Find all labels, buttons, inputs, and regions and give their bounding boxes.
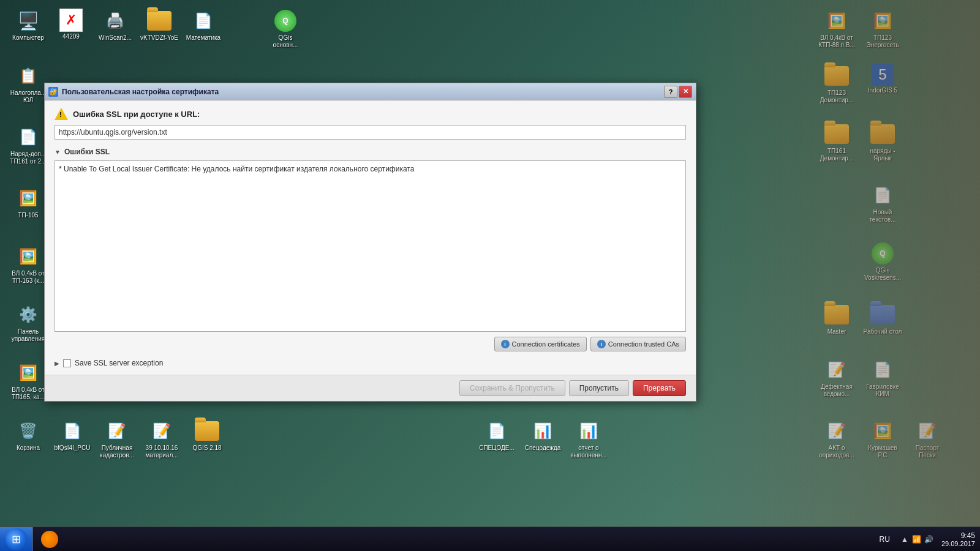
clock-time: 9:45 — [941, 531, 975, 540]
desktop-icon-math[interactable]: 📄 Математика — [181, 6, 225, 44]
network-icon: 📶 — [912, 534, 922, 544]
language-indicator: RU — [877, 534, 892, 545]
start-button[interactable] — [0, 527, 33, 552]
taskbar: RU ▲ 📶 🔊 9:45 29.09.2017 — [0, 527, 980, 551]
connection-certificates-button[interactable]: i Connection certificates — [494, 337, 587, 351]
ssl-error-text-area: * Unable To Get Local Issuer Certificate… — [55, 160, 686, 332]
taskbar-right: RU ▲ 📶 🔊 9:45 29.09.2017 — [877, 531, 980, 547]
taskbar-time-area: 9:45 29.09.2017 — [941, 531, 975, 547]
info-icon-certs: i — [501, 340, 510, 348]
dialog-title: Пользовательская настройка сертификата — [62, 88, 660, 96]
abort-button[interactable]: Прервать — [633, 380, 686, 396]
save-ssl-section: ▶ Save SSL server exception — [55, 359, 686, 367]
collapse-arrow-icon: ▼ — [55, 149, 61, 156]
volume-icon: 🔊 — [924, 534, 934, 544]
desktop-icon-trash[interactable]: 🗑️ Корзина — [6, 416, 50, 454]
desktop-icon-otchet[interactable]: 📊 отчет о выполненн... — [567, 416, 611, 462]
dialog-content: Ошибка SSL при доступе к URL: https://ub… — [45, 100, 696, 375]
dialog-controls: ? ✕ — [664, 86, 692, 98]
expand-arrow-icon[interactable]: ▶ — [55, 360, 59, 367]
desktop-icon-39-10[interactable]: 📝 39 10.10.16 материал... — [140, 416, 184, 462]
desktop-icon-kurmashevy[interactable]: 🖼️ Курмашев Р.С — [861, 416, 905, 462]
desktop-icon-qgis-218[interactable]: QGIS 2.18 — [185, 416, 229, 454]
ssl-errors-label: Ошибки SSL — [64, 148, 110, 156]
desktop-icon-indorgis[interactable]: 5 IndorGIS 5 — [861, 61, 905, 97]
connection-trusted-cas-button[interactable]: i Connection trusted CAs — [590, 337, 686, 351]
desktop-icon-vktv[interactable]: vKTVDZf-YoE — [137, 6, 181, 44]
desktop: 🖥️ Компьютер ✗ 44209 🖨️ WinScan2... vKTV… — [0, 0, 980, 551]
desktop-icon-akt[interactable]: 📝 АКТ о оприходов... — [815, 416, 859, 462]
desktop-icon-44209[interactable]: ✗ 44209 — [49, 6, 93, 43]
info-icon-cas: i — [597, 340, 606, 348]
dialog-close-button[interactable]: ✕ — [679, 86, 692, 98]
ssl-error-title-row: Ошибка SSL при доступе к URL: — [55, 108, 686, 120]
info-buttons-row: i Connection certificates i Connection t… — [55, 337, 686, 354]
desktop-icon-defektnaya[interactable]: 📝 Дефектная ведомо... — [815, 355, 859, 400]
ssl-certificate-dialog: 🔐 Пользовательская настройка сертификата… — [44, 83, 696, 402]
desktop-icon-rabochiy-stol[interactable]: Рабочий стол — [861, 300, 905, 338]
desktop-icon-bfqs[interactable]: 📄 bfQsI4I_PCU — [50, 416, 94, 454]
taskbar-firefox[interactable] — [36, 528, 64, 551]
firefox-icon — [41, 531, 58, 548]
ssl-url-bar: https://ubuntu.qgis.org/version.txt — [55, 125, 686, 140]
start-orb-icon — [6, 528, 28, 550]
ssl-error-url-section: Ошибка SSL при доступе к URL: https://ub… — [55, 108, 686, 140]
desktop-icon-naryady[interactable]: наряды - Ярлык — [861, 119, 905, 165]
desktop-icon-speccode[interactable]: 📄 СПЕЦОДЕ... — [475, 416, 519, 454]
ssl-errors-section: ▼ Ошибки SSL * Unable To Get Local Issue… — [55, 146, 686, 332]
desktop-icon-vl-ktp88[interactable]: 🖼️ ВЛ 0,4кВ от КТП-88 п.В... — [815, 6, 859, 51]
warning-icon — [55, 108, 68, 120]
desktop-icon-new-text[interactable]: 📄 Новый текстов... — [861, 181, 905, 226]
save-ssl-label: Save SSL server exception — [75, 359, 163, 367]
desktop-icon-winscan[interactable]: 🖨️ WinScan2... — [93, 6, 137, 44]
ssl-errors-collapsible-header[interactable]: ▼ Ошибки SSL — [55, 146, 686, 158]
desktop-icon-tp123-demon[interactable]: ТП123 Демонтир... — [815, 61, 859, 107]
desktop-icon-gavrilovke[interactable]: 📄 Гавриловке КИМ — [861, 355, 905, 400]
desktop-icon-tp123-energo[interactable]: 🖼️ ТП123 Энергосеть — [861, 6, 905, 51]
arrow-up-icon[interactable]: ▲ — [900, 534, 910, 544]
desktop-icon-public-cadastre[interactable]: 📝 Публичная кадастров... — [95, 416, 139, 462]
dialog-help-button[interactable]: ? — [664, 86, 677, 98]
dialog-footer: Сохранить & Пропустить Пропустить Прерва… — [45, 375, 696, 401]
ssl-error-heading: Ошибка SSL при доступе к URL: — [73, 110, 200, 119]
save-skip-button[interactable]: Сохранить & Пропустить — [459, 380, 565, 396]
desktop-icon-specodezhda[interactable]: 📊 Спецодежда — [521, 416, 565, 454]
desktop-icon-qgis-vosk[interactable]: Q QGis Voskresens... — [861, 239, 905, 284]
desktop-icon-master[interactable]: Master — [815, 300, 859, 338]
taskbar-sys-tray: ▲ 📶 🔊 — [896, 534, 938, 544]
desktop-icon-qgis-main[interactable]: Q QGis основн... — [263, 6, 307, 51]
save-ssl-checkbox[interactable] — [63, 359, 71, 367]
skip-button[interactable]: Пропустить — [569, 380, 629, 396]
clock-date: 29.09.2017 — [941, 540, 975, 547]
ssl-error-message: * Unable To Get Local Issuer Certificate… — [59, 165, 414, 173]
desktop-icon-pasport[interactable]: 📝 Паспорт Пески — [905, 416, 949, 462]
desktop-icon-computer[interactable]: 🖥️ Компьютер — [6, 6, 50, 44]
desktop-icon-tp161[interactable]: ТП161 Демонтир... — [815, 119, 859, 165]
dialog-title-icon: 🔐 — [48, 87, 58, 97]
dialog-titlebar: 🔐 Пользовательская настройка сертификата… — [45, 83, 696, 100]
